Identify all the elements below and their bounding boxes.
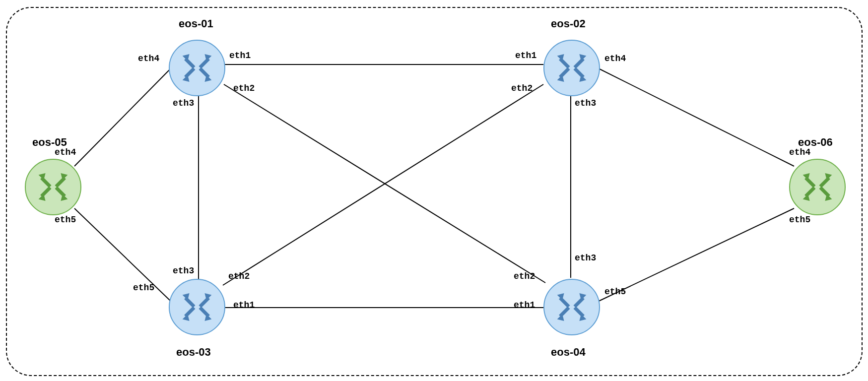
port-eos01-eth1: eth1 bbox=[229, 51, 251, 61]
node-eos-01[interactable] bbox=[169, 40, 225, 96]
port-eos06-eth5: eth5 bbox=[789, 215, 810, 225]
node-eos-04[interactable] bbox=[543, 279, 600, 335]
port-eos05-eth5: eth5 bbox=[55, 215, 76, 225]
port-eos02-eth2: eth2 bbox=[511, 83, 533, 93]
router-icon bbox=[554, 290, 589, 324]
port-eos03-eth2: eth2 bbox=[228, 271, 250, 281]
node-eos-02[interactable] bbox=[543, 40, 600, 96]
node-eos-03[interactable] bbox=[169, 279, 225, 335]
port-eos01-eth2: eth2 bbox=[233, 83, 255, 93]
port-eos04-eth1: eth1 bbox=[514, 300, 535, 310]
port-eos04-eth3: eth3 bbox=[575, 253, 596, 263]
label-eos-01: eos-01 bbox=[179, 17, 213, 30]
label-eos-04: eos-04 bbox=[551, 346, 586, 359]
router-icon bbox=[554, 51, 589, 85]
node-eos-06[interactable] bbox=[789, 159, 846, 215]
port-eos02-eth1: eth1 bbox=[515, 51, 536, 61]
router-icon bbox=[180, 290, 214, 324]
port-eos04-eth5: eth5 bbox=[604, 287, 626, 297]
port-eos05-eth4: eth4 bbox=[55, 147, 76, 157]
router-icon bbox=[36, 170, 70, 204]
port-eos04-eth2: eth2 bbox=[514, 271, 535, 281]
port-eos06-eth4: eth4 bbox=[789, 147, 810, 157]
port-eos03-eth3: eth3 bbox=[173, 266, 194, 276]
port-eos03-eth5: eth5 bbox=[133, 283, 154, 293]
port-eos01-eth4: eth4 bbox=[138, 54, 159, 64]
port-eos02-eth4: eth4 bbox=[604, 54, 626, 64]
port-eos03-eth1: eth1 bbox=[233, 300, 255, 310]
label-eos-02: eos-02 bbox=[551, 17, 586, 30]
port-eos01-eth3: eth3 bbox=[173, 98, 194, 108]
label-eos-03: eos-03 bbox=[176, 346, 211, 359]
topology-boundary bbox=[6, 7, 863, 376]
node-eos-05[interactable] bbox=[25, 159, 81, 215]
port-eos02-eth3: eth3 bbox=[575, 98, 596, 108]
router-icon bbox=[800, 170, 835, 204]
router-icon bbox=[180, 51, 214, 85]
